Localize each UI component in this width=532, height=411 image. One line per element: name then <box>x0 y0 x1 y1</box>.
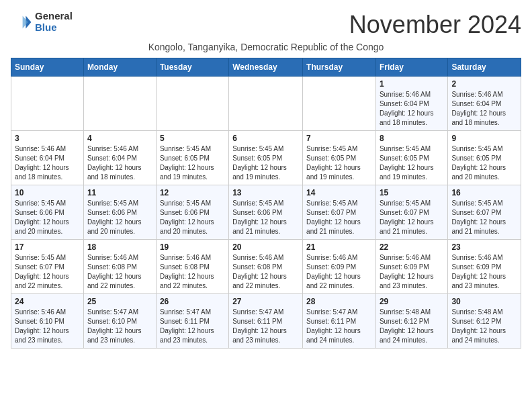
calendar-cell: 4Sunrise: 5:46 AM Sunset: 6:04 PM Daylig… <box>83 131 156 185</box>
day-info: Sunrise: 5:45 AM Sunset: 6:07 PM Dayligh… <box>15 253 80 291</box>
day-number: 7 <box>306 134 372 143</box>
calendar-cell: 7Sunrise: 5:45 AM Sunset: 6:05 PM Daylig… <box>303 131 376 185</box>
day-number: 19 <box>160 242 225 252</box>
calendar-cell: 23Sunrise: 5:46 AM Sunset: 6:09 PM Dayli… <box>448 240 521 294</box>
day-info: Sunrise: 5:46 AM Sunset: 6:04 PM Dayligh… <box>380 90 444 128</box>
calendar-cell: 17Sunrise: 5:45 AM Sunset: 6:07 PM Dayli… <box>11 240 84 294</box>
day-info: Sunrise: 5:48 AM Sunset: 6:12 PM Dayligh… <box>380 308 444 345</box>
calendar-cell: 22Sunrise: 5:46 AM Sunset: 6:09 PM Dayli… <box>375 240 447 294</box>
calendar-cell: 9Sunrise: 5:45 AM Sunset: 6:05 PM Daylig… <box>448 131 521 185</box>
day-number: 14 <box>306 188 372 197</box>
day-number: 17 <box>15 242 80 252</box>
day-number: 15 <box>380 188 444 197</box>
subtitle: Kongolo, Tanganyika, Democratic Republic… <box>11 42 521 52</box>
calendar-cell: 5Sunrise: 5:45 AM Sunset: 6:05 PM Daylig… <box>156 131 228 185</box>
day-info: Sunrise: 5:46 AM Sunset: 6:04 PM Dayligh… <box>15 144 80 182</box>
day-number: 23 <box>451 242 517 252</box>
day-info: Sunrise: 5:47 AM Sunset: 6:10 PM Dayligh… <box>87 308 152 345</box>
month-title: November 2024 <box>349 11 521 39</box>
calendar-cell <box>303 77 376 131</box>
calendar-cell: 26Sunrise: 5:47 AM Sunset: 6:11 PM Dayli… <box>156 294 228 349</box>
calendar-week-row: 24Sunrise: 5:46 AM Sunset: 6:10 PM Dayli… <box>11 294 521 349</box>
day-number: 5 <box>160 134 225 143</box>
calendar-cell: 27Sunrise: 5:47 AM Sunset: 6:11 PM Dayli… <box>229 294 303 349</box>
calendar-cell: 29Sunrise: 5:48 AM Sunset: 6:12 PM Dayli… <box>375 294 447 349</box>
day-info: Sunrise: 5:46 AM Sunset: 6:08 PM Dayligh… <box>232 253 299 291</box>
calendar-cell: 10Sunrise: 5:45 AM Sunset: 6:06 PM Dayli… <box>11 185 84 240</box>
day-info: Sunrise: 5:45 AM Sunset: 6:05 PM Dayligh… <box>451 144 517 182</box>
calendar-cell: 12Sunrise: 5:45 AM Sunset: 6:06 PM Dayli… <box>156 185 228 240</box>
calendar-cell: 21Sunrise: 5:46 AM Sunset: 6:09 PM Dayli… <box>303 240 376 294</box>
calendar-cell <box>229 77 303 131</box>
day-info: Sunrise: 5:46 AM Sunset: 6:10 PM Dayligh… <box>15 308 80 345</box>
calendar-cell <box>11 77 84 131</box>
weekday-header: Friday <box>375 58 447 77</box>
day-info: Sunrise: 5:45 AM Sunset: 6:05 PM Dayligh… <box>232 144 299 182</box>
day-info: Sunrise: 5:48 AM Sunset: 6:12 PM Dayligh… <box>451 308 517 345</box>
day-info: Sunrise: 5:45 AM Sunset: 6:05 PM Dayligh… <box>160 144 225 182</box>
day-number: 26 <box>160 297 225 306</box>
calendar-cell: 1Sunrise: 5:46 AM Sunset: 6:04 PM Daylig… <box>375 77 447 131</box>
page-header: General Blue November 2024 <box>11 11 521 39</box>
day-info: Sunrise: 5:47 AM Sunset: 6:11 PM Dayligh… <box>306 308 372 345</box>
day-number: 18 <box>87 242 152 252</box>
day-number: 30 <box>451 297 517 306</box>
day-info: Sunrise: 5:46 AM Sunset: 6:08 PM Dayligh… <box>87 253 152 291</box>
day-number: 22 <box>380 242 444 252</box>
weekday-header: Thursday <box>303 58 376 77</box>
calendar-week-row: 3Sunrise: 5:46 AM Sunset: 6:04 PM Daylig… <box>11 131 521 185</box>
calendar-week-row: 17Sunrise: 5:45 AM Sunset: 6:07 PM Dayli… <box>11 240 521 294</box>
day-info: Sunrise: 5:47 AM Sunset: 6:11 PM Dayligh… <box>160 308 225 345</box>
day-number: 6 <box>232 134 299 143</box>
logo-general-text: General <box>35 11 73 22</box>
weekday-header: Wednesday <box>229 58 303 77</box>
weekday-header: Saturday <box>448 58 521 77</box>
calendar-cell: 24Sunrise: 5:46 AM Sunset: 6:10 PM Dayli… <box>11 294 84 349</box>
day-number: 20 <box>232 242 299 252</box>
logo-icon <box>11 11 32 33</box>
day-number: 9 <box>451 134 517 143</box>
day-info: Sunrise: 5:46 AM Sunset: 6:04 PM Dayligh… <box>451 90 517 128</box>
day-number: 4 <box>87 134 152 143</box>
calendar-cell: 18Sunrise: 5:46 AM Sunset: 6:08 PM Dayli… <box>83 240 156 294</box>
calendar-cell: 15Sunrise: 5:45 AM Sunset: 6:07 PM Dayli… <box>375 185 447 240</box>
day-info: Sunrise: 5:45 AM Sunset: 6:06 PM Dayligh… <box>232 199 299 236</box>
weekday-header: Tuesday <box>156 58 228 77</box>
calendar-week-row: 1Sunrise: 5:46 AM Sunset: 6:04 PM Daylig… <box>11 77 521 131</box>
day-number: 13 <box>232 188 299 197</box>
calendar-cell: 6Sunrise: 5:45 AM Sunset: 6:05 PM Daylig… <box>229 131 303 185</box>
day-info: Sunrise: 5:46 AM Sunset: 6:08 PM Dayligh… <box>160 253 225 291</box>
calendar-cell: 19Sunrise: 5:46 AM Sunset: 6:08 PM Dayli… <box>156 240 228 294</box>
day-number: 27 <box>232 297 299 306</box>
day-info: Sunrise: 5:45 AM Sunset: 6:06 PM Dayligh… <box>87 199 152 236</box>
calendar-cell: 28Sunrise: 5:47 AM Sunset: 6:11 PM Dayli… <box>303 294 376 349</box>
title-block: November 2024 <box>349 11 521 39</box>
logo-blue-text: Blue <box>35 22 73 34</box>
day-number: 12 <box>160 188 225 197</box>
day-info: Sunrise: 5:46 AM Sunset: 6:09 PM Dayligh… <box>451 253 517 291</box>
day-number: 10 <box>15 188 80 197</box>
day-number: 3 <box>15 134 80 143</box>
calendar-cell: 14Sunrise: 5:45 AM Sunset: 6:07 PM Dayli… <box>303 185 376 240</box>
weekday-header: Sunday <box>11 58 84 77</box>
calendar-cell: 20Sunrise: 5:46 AM Sunset: 6:08 PM Dayli… <box>229 240 303 294</box>
calendar-cell: 16Sunrise: 5:45 AM Sunset: 6:07 PM Dayli… <box>448 185 521 240</box>
calendar-table: SundayMondayTuesdayWednesdayThursdayFrid… <box>11 58 521 349</box>
day-info: Sunrise: 5:45 AM Sunset: 6:05 PM Dayligh… <box>306 144 372 182</box>
calendar-cell: 25Sunrise: 5:47 AM Sunset: 6:10 PM Dayli… <box>83 294 156 349</box>
logo: General Blue <box>11 11 73 33</box>
calendar-cell <box>83 77 156 131</box>
day-info: Sunrise: 5:45 AM Sunset: 6:05 PM Dayligh… <box>380 144 444 182</box>
day-number: 16 <box>451 188 517 197</box>
day-number: 2 <box>451 79 517 89</box>
day-number: 25 <box>87 297 152 306</box>
day-info: Sunrise: 5:46 AM Sunset: 6:09 PM Dayligh… <box>380 253 444 291</box>
day-number: 1 <box>380 79 444 89</box>
weekday-header-row: SundayMondayTuesdayWednesdayThursdayFrid… <box>11 58 521 77</box>
calendar-cell: 11Sunrise: 5:45 AM Sunset: 6:06 PM Dayli… <box>83 185 156 240</box>
day-info: Sunrise: 5:47 AM Sunset: 6:11 PM Dayligh… <box>232 308 299 345</box>
day-number: 21 <box>306 242 372 252</box>
calendar-cell: 13Sunrise: 5:45 AM Sunset: 6:06 PM Dayli… <box>229 185 303 240</box>
day-number: 28 <box>306 297 372 306</box>
calendar-cell <box>156 77 228 131</box>
